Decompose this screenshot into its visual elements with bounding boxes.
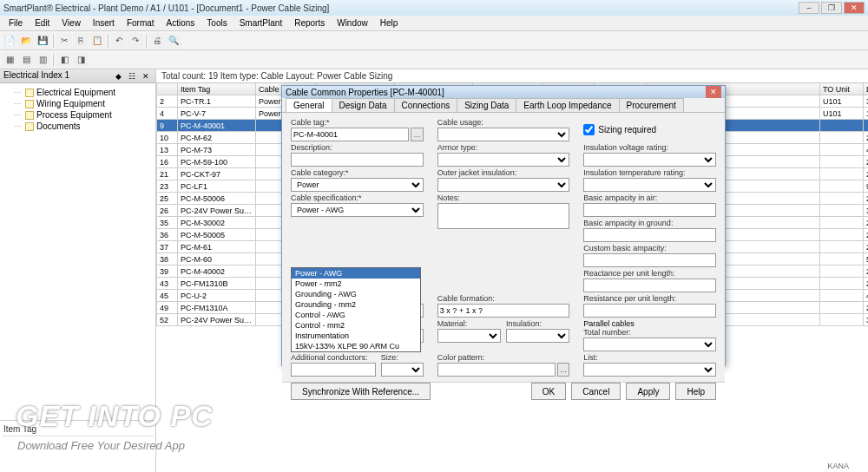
dropdown-item[interactable]: Power - AWG xyxy=(292,268,420,279)
cell[interactable]: 36 xyxy=(157,229,178,241)
cell[interactable]: 23 xyxy=(157,180,178,193)
cell[interactable]: PC-LF1 xyxy=(178,180,256,193)
cell[interactable]: PC-M-61 xyxy=(178,241,256,253)
cell[interactable]: 165.0 A xyxy=(864,108,869,120)
cell[interactable]: 26 xyxy=(157,205,178,217)
insulation-voltage-select[interactable] xyxy=(583,153,716,167)
cell[interactable]: PC-FM1310B xyxy=(178,278,256,290)
menu-insert[interactable]: Insert xyxy=(88,16,120,30)
tb-save-icon[interactable]: 💾 xyxy=(35,33,50,49)
cell[interactable]: 39 xyxy=(157,266,178,278)
tab-connections[interactable]: Connections xyxy=(394,98,458,112)
cell[interactable] xyxy=(820,193,864,205)
tb-icon[interactable]: ▥ xyxy=(35,52,50,68)
cell[interactable]: PC-M-40002 xyxy=(178,266,256,278)
apply-button[interactable]: Apply xyxy=(626,383,670,400)
cell[interactable]: 20.0 A xyxy=(864,132,869,144)
cell[interactable]: U101 xyxy=(820,108,864,120)
cell[interactable]: PC-CKT-97 xyxy=(178,168,256,180)
cell[interactable]: PC-TR.1 xyxy=(178,95,256,108)
tab-design-data[interactable]: Design Data xyxy=(332,98,395,112)
cell[interactable]: PC-V-7 xyxy=(178,108,256,120)
tb-new-icon[interactable]: 📄 xyxy=(2,33,17,49)
notes-input[interactable] xyxy=(437,203,570,229)
tab-procurement[interactable]: Procurement xyxy=(619,98,684,112)
cell[interactable]: 98.0 A xyxy=(864,180,869,193)
menu-reports[interactable]: Reports xyxy=(289,16,330,30)
tb-undo-icon[interactable]: ↶ xyxy=(111,33,127,49)
tree-item[interactable]: Process Equipment xyxy=(3,109,152,121)
column-header[interactable]: Item Tag xyxy=(178,83,256,95)
cell[interactable]: 4 xyxy=(157,108,178,120)
cell[interactable]: 25.0 A xyxy=(864,229,869,241)
column-header[interactable]: TO Unit xyxy=(820,83,864,95)
cell[interactable]: 25 xyxy=(157,193,178,205)
cable-formation-input[interactable] xyxy=(437,304,570,318)
browse-button[interactable]: … xyxy=(411,128,423,141)
menu-format[interactable]: Format xyxy=(122,16,160,30)
sync-button[interactable]: Synchronize With Reference... xyxy=(291,383,431,400)
help-button[interactable]: Help xyxy=(675,383,716,400)
dropdown-item[interactable]: Grounding - AWG xyxy=(292,289,420,299)
cell[interactable] xyxy=(820,132,864,144)
cell[interactable]: 35 xyxy=(157,217,178,229)
cell[interactable]: 25.0 A xyxy=(864,241,869,253)
color-pattern-input[interactable] xyxy=(437,363,556,377)
cell[interactable] xyxy=(864,120,869,132)
cable-spec-dropdown[interactable]: Power - AWG Power - mm2 Grounding - AWG … xyxy=(291,267,421,352)
cell[interactable]: 25.0 A xyxy=(864,217,869,229)
tb-icon[interactable]: ▤ xyxy=(18,52,34,68)
cell[interactable]: 25.0 A xyxy=(864,302,869,314)
cell[interactable] xyxy=(820,217,864,229)
cell[interactable]: 21 xyxy=(157,168,178,180)
tab-sizing-data[interactable]: Sizing Data xyxy=(457,98,516,112)
close-button[interactable]: ✕ xyxy=(844,2,865,14)
menu-smartplant[interactable]: SmartPlant xyxy=(234,16,287,30)
custom-basic-amp-input[interactable] xyxy=(583,253,716,267)
maximize-button[interactable]: ❐ xyxy=(821,2,842,14)
armor-type-select[interactable] xyxy=(437,153,570,167)
menu-view[interactable]: View xyxy=(56,16,86,30)
cell[interactable]: PC-M-62 xyxy=(178,132,256,144)
cell[interactable]: PC-24V Power Supply-A xyxy=(178,205,256,217)
cell[interactable]: PC-M-60 xyxy=(178,253,256,266)
column-header[interactable] xyxy=(157,83,178,95)
dropdown-item[interactable]: Grounding - mm2 xyxy=(292,299,420,310)
cell[interactable]: PC-FM1310A xyxy=(178,302,256,314)
menu-file[interactable]: File xyxy=(3,16,28,30)
menu-actions[interactable]: Actions xyxy=(161,16,201,30)
cell[interactable] xyxy=(820,241,864,253)
cable-usage-select[interactable] xyxy=(437,128,570,141)
tree-item[interactable]: Electrical Equipment xyxy=(3,87,152,98)
tb-cut-icon[interactable]: ✂ xyxy=(56,33,72,49)
tb-icon[interactable]: ▦ xyxy=(2,52,17,68)
cancel-button[interactable]: Cancel xyxy=(571,383,621,400)
cell[interactable]: 16 xyxy=(157,156,178,168)
dropdown-item[interactable]: 15kV-133% XLPE 90 ARM Cu xyxy=(292,341,420,351)
menu-edit[interactable]: Edit xyxy=(30,16,55,30)
reactance-input[interactable] xyxy=(583,279,716,292)
cell[interactable]: 38 xyxy=(157,253,178,266)
cell[interactable]: PC-M-30002 xyxy=(178,217,256,229)
cell[interactable]: 37 xyxy=(157,241,178,253)
cell[interactable]: 35.0 A xyxy=(864,314,869,326)
cell[interactable] xyxy=(820,168,864,180)
tb-copy-icon[interactable]: ⎘ xyxy=(73,33,89,49)
pane-icon[interactable]: ☷ xyxy=(126,70,138,82)
cell[interactable]: PC-U-2 xyxy=(178,290,256,302)
cell[interactable] xyxy=(820,253,864,266)
tb-icon[interactable]: ◨ xyxy=(73,52,89,68)
cell[interactable]: 35.0 A xyxy=(864,205,869,217)
additional-conductors-input[interactable] xyxy=(291,363,376,377)
cell[interactable]: 13 xyxy=(157,144,178,156)
cell[interactable]: 43 xyxy=(157,278,178,290)
menu-window[interactable]: Window xyxy=(332,16,373,30)
cell[interactable]: 25.0 A xyxy=(864,168,869,180)
cell[interactable]: PC-24V Power Supply-B xyxy=(178,314,256,326)
cell[interactable] xyxy=(820,266,864,278)
cell[interactable]: U101 xyxy=(820,95,864,108)
cell[interactable] xyxy=(820,278,864,290)
tree-item[interactable]: Documents xyxy=(3,121,152,132)
tb-print-icon[interactable]: 🖨 xyxy=(149,33,165,49)
cell[interactable] xyxy=(820,302,864,314)
